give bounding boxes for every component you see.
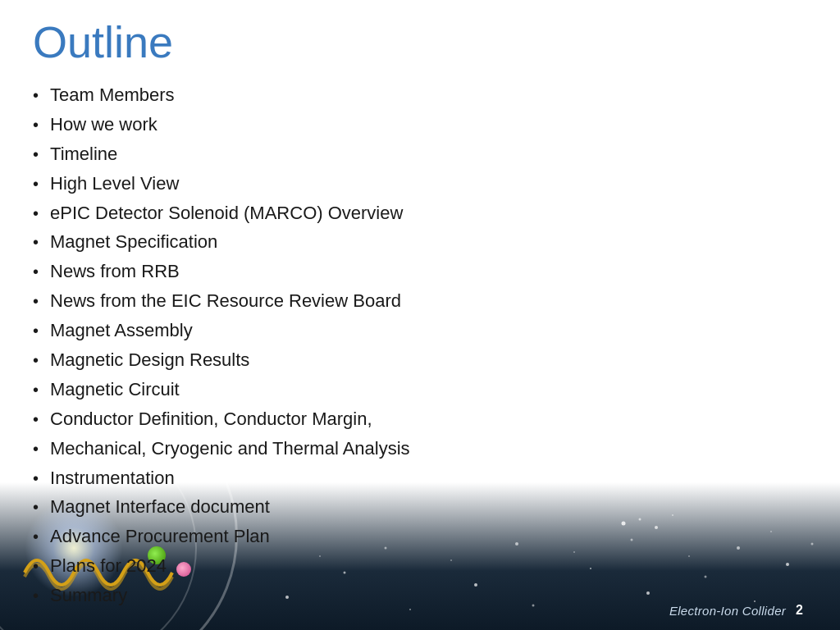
bullet-text: Plans for 2024 (50, 553, 167, 579)
bullet-text: News from RRB (50, 258, 180, 285)
bullet-text: Advance Procurement Plan (50, 523, 270, 550)
bullet-item: •Mechanical, Cryogenic and Thermal Analy… (33, 436, 807, 462)
bullet-text: Instrumentation (50, 465, 175, 491)
bullet-symbol: • (33, 172, 39, 196)
bullet-text: Summary (50, 582, 127, 609)
bullet-item: •Magnet Specification (33, 229, 807, 255)
bullet-text: How we work (50, 112, 158, 138)
slide-content: Outline •Team Members•How we work•Timeli… (0, 0, 840, 630)
bullet-item: •Timeline (33, 141, 807, 167)
bullet-symbol: • (33, 408, 39, 431)
bullet-item: •High Level View (33, 171, 807, 197)
bullet-symbol: • (33, 260, 39, 284)
bullet-text: Magnetic Circuit (50, 377, 180, 403)
bullet-text: Magnet Interface document (50, 494, 270, 520)
bullet-text: ePIC Detector Solenoid (MARCO) Overview (50, 200, 403, 226)
bullet-item: •Magnetic Circuit (33, 377, 807, 403)
bullet-symbol: • (33, 495, 39, 519)
bullet-item: •ePIC Detector Solenoid (MARCO) Overview (33, 200, 807, 226)
bullet-text: Timeline (50, 141, 117, 167)
bullet-symbol: • (33, 584, 39, 608)
bullet-symbol: • (33, 349, 39, 372)
bullet-symbol: • (33, 378, 39, 402)
bullet-item: •News from the EIC Resource Review Board (33, 288, 807, 314)
bullet-symbol: • (33, 555, 39, 578)
bullet-item: •Magnet Interface document (33, 494, 807, 520)
bullet-symbol: • (33, 143, 39, 167)
bullet-symbol: • (33, 437, 39, 461)
bullet-symbol: • (33, 231, 39, 254)
bullet-text: Team Members (50, 82, 175, 108)
bullet-item: •Summary (33, 582, 807, 609)
bullet-text: Mechanical, Cryogenic and Thermal Analys… (50, 436, 410, 462)
bullet-text: High Level View (50, 171, 179, 197)
bullet-item: •Magnet Assembly (33, 317, 807, 344)
bullet-item: •Instrumentation (33, 465, 807, 491)
bullet-text: Conductor Definition, Conductor Margin, (50, 406, 372, 432)
bullet-item: •News from RRB (33, 258, 807, 285)
bullet-symbol: • (33, 319, 39, 343)
bullet-item: •Magnetic Design Results (33, 347, 807, 373)
bullet-text: Magnetic Design Results (50, 347, 249, 373)
bullet-symbol: • (33, 525, 39, 549)
bullet-item: •Conductor Definition, Conductor Margin, (33, 406, 807, 432)
bullet-symbol: • (33, 290, 39, 313)
bullet-item: •Team Members (33, 82, 807, 108)
slide-title: Outline (33, 16, 807, 67)
bullet-item: •How we work (33, 112, 807, 138)
bullet-symbol: • (33, 84, 39, 107)
bullet-text: News from the EIC Resource Review Board (50, 288, 401, 314)
bullet-item: •Advance Procurement Plan (33, 523, 807, 550)
bullet-symbol: • (33, 467, 39, 491)
bullet-list: •Team Members•How we work•Timeline•High … (33, 82, 807, 609)
bullet-text: Magnet Specification (50, 229, 217, 255)
slide: Outline •Team Members•How we work•Timeli… (0, 0, 840, 630)
bullet-text: Magnet Assembly (50, 317, 193, 344)
bullet-item: •Plans for 2024 (33, 553, 807, 579)
bullet-symbol: • (33, 202, 39, 226)
bullet-symbol: • (33, 113, 39, 137)
